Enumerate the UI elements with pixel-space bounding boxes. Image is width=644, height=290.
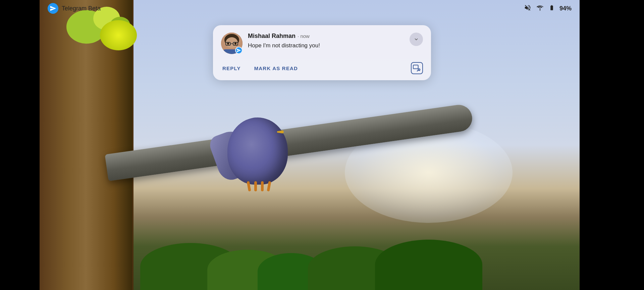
- battery-percentage: 94%: [559, 5, 572, 12]
- notification-title-row: Mishaal Rahman · now: [248, 33, 404, 40]
- bird-foot: [247, 181, 251, 192]
- status-bar-left: Telegram Beta: [48, 3, 101, 14]
- bushes: [40, 236, 580, 290]
- svg-rect-8: [413, 65, 418, 69]
- notification-time: · now: [298, 33, 310, 39]
- telegram-badge: [235, 47, 243, 54]
- status-bar-right: 94%: [524, 4, 572, 13]
- app-name-label: Telegram Beta: [62, 5, 101, 12]
- bird-feet: [241, 178, 274, 191]
- bird-head: [254, 121, 281, 146]
- mute-icon: [524, 4, 531, 13]
- bird: [214, 104, 301, 198]
- mark-as-read-button[interactable]: MARK AS READ: [248, 63, 305, 74]
- svg-point-7: [234, 43, 236, 45]
- reply-button[interactable]: REPLY: [221, 63, 248, 74]
- notification-sender: Mishaal Rahman: [248, 33, 296, 40]
- bush: [375, 240, 482, 290]
- battery-icon: [549, 4, 555, 13]
- collapse-button[interactable]: [410, 33, 423, 46]
- right-sidebar: [580, 0, 644, 290]
- notification-header: Mishaal Rahman · now Hope I'm not distra…: [221, 33, 423, 54]
- bird-foot: [254, 181, 257, 191]
- inline-reply-button[interactable]: [411, 62, 423, 74]
- notification-actions: REPLY MARK AS READ: [221, 61, 423, 74]
- avatar-container: [221, 33, 243, 54]
- left-sidebar: [0, 0, 40, 290]
- status-bar: Telegram Beta 94%: [40, 0, 580, 17]
- svg-point-6: [227, 43, 229, 45]
- notification-message: Hope I'm not distracting you!: [248, 42, 404, 50]
- bird-body: [227, 117, 288, 185]
- bird-foot: [261, 181, 264, 191]
- telegram-icon: [48, 3, 58, 14]
- notification-content: Mishaal Rahman · now Hope I'm not distra…: [248, 33, 404, 50]
- yellow-blob: [100, 20, 137, 50]
- notification-card: Mishaal Rahman · now Hope I'm not distra…: [213, 25, 431, 80]
- wifi-icon: [536, 4, 544, 13]
- bird-foot: [267, 181, 271, 192]
